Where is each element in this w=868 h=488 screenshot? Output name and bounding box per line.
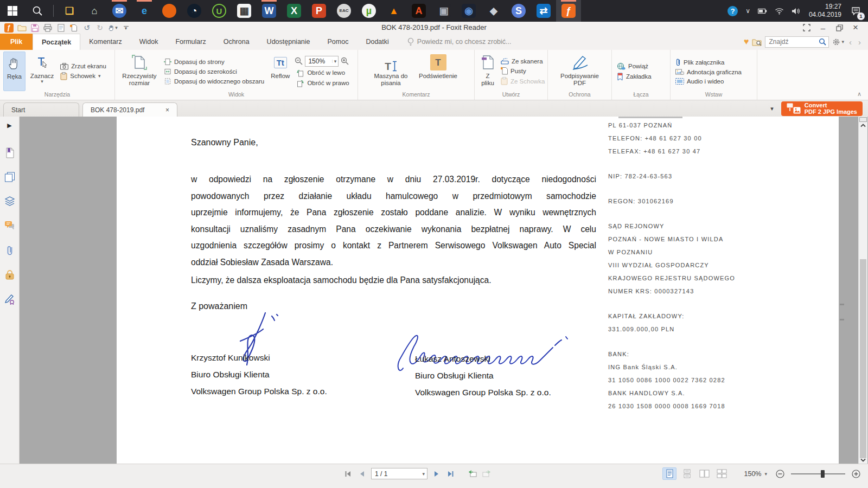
taskbar-foxit-reader[interactable]: ƒ — [556, 0, 581, 22]
screenshot-button[interactable]: Zrzut ekranu — [59, 63, 108, 70]
scrollbar-thumb[interactable] — [860, 259, 866, 458]
tray-wifi[interactable] — [771, 0, 788, 22]
first-page-icon[interactable] — [343, 468, 353, 479]
rotate-right-button[interactable]: Obróć w prawo — [295, 79, 350, 87]
taskbar-media-app[interactable]: ◉ — [456, 0, 481, 22]
taskbar-search-button[interactable] — [25, 0, 50, 22]
tray-clock[interactable]: 19:2704.04.2019 — [804, 0, 846, 22]
zoom-in-icon[interactable] — [341, 57, 349, 65]
bookmark-button[interactable]: Zakładka — [615, 73, 653, 81]
tray-expand[interactable]: ∨ — [742, 0, 754, 22]
taskbar-thunderbird[interactable]: ✉ — [107, 0, 132, 22]
customize-qat-button[interactable]: ▾ — [119, 22, 132, 33]
expand-panel-icon[interactable]: ▶ — [7, 122, 11, 129]
image-annotation-button[interactable]: Adnotacja graficzna — [674, 68, 743, 76]
zoom-in-button[interactable] — [852, 470, 860, 478]
fit-page-button[interactable]: Dopasuj do strony — [162, 58, 266, 66]
pages-panel-icon[interactable] — [4, 172, 15, 182]
clipboard-button[interactable]: Schowek ▾ — [59, 72, 108, 80]
taskbar-world-of-tanks[interactable]: ◆ — [481, 0, 506, 22]
bookmarks-panel-icon[interactable] — [5, 147, 15, 158]
zoom-level-combobox[interactable]: 150% ▾ — [305, 56, 339, 67]
attach-file-button[interactable]: Plik załącznika — [674, 58, 743, 66]
zoom-caret-icon[interactable]: ▾ — [764, 472, 767, 476]
taskbar-ms-powerpoint[interactable]: P — [307, 0, 331, 22]
taskbar-eac-app[interactable]: EAC — [331, 0, 356, 22]
last-page-icon[interactable] — [446, 468, 456, 479]
save-button[interactable] — [28, 22, 41, 33]
find-input[interactable] — [769, 38, 819, 46]
convert-pdf-button[interactable]: ConvertPDF 2 JPG Images — [781, 101, 863, 116]
continuous-facing-view-icon[interactable] — [714, 467, 729, 480]
previous-view-icon[interactable] — [468, 468, 477, 479]
facing-view-icon[interactable] — [697, 467, 711, 480]
scroll-up-icon[interactable] — [859, 124, 867, 127]
signatures-panel-icon[interactable] — [4, 294, 15, 305]
taskbar-start-button[interactable] — [0, 0, 25, 22]
document-properties-button[interactable] — [54, 22, 67, 33]
tab-document[interactable]: BOK 478-2019.pdf × — [82, 102, 177, 117]
hand-tool[interactable]: Ręka — [3, 52, 25, 91]
taskbar-projector-app[interactable]: ▣ — [431, 0, 456, 22]
highlight-button[interactable]: T Podświetlenie — [414, 52, 463, 91]
link-button[interactable]: Powiąż — [615, 62, 653, 70]
collapse-ribbon-icon[interactable]: ∧ — [857, 91, 861, 98]
taskbar-utorrent[interactable]: µ — [356, 0, 381, 22]
comments-panel-icon[interactable] — [4, 221, 15, 230]
zoom-out-icon[interactable] — [295, 57, 303, 65]
close-tab-icon[interactable]: × — [165, 106, 169, 114]
restore-button[interactable] — [831, 22, 847, 33]
search-in-folder-icon[interactable] — [752, 38, 762, 46]
security-panel-icon[interactable] — [5, 269, 14, 280]
tell-me[interactable]: Powiedz mi, co chcesz zrobić... — [398, 34, 512, 50]
previous-page-icon[interactable] — [357, 468, 367, 479]
favorites-heart-icon[interactable]: ♥ — [744, 37, 749, 47]
page-number-box[interactable]: 1 / 1 ▾ — [371, 468, 427, 479]
find-previous-button[interactable]: ‹ — [847, 37, 853, 47]
scroll-down-icon[interactable] — [859, 458, 867, 462]
rotate-left-button[interactable]: Obróć w lewo — [295, 69, 350, 77]
taskbar-ms-excel[interactable]: X — [282, 0, 307, 22]
hand-tool-button[interactable]: ▾ — [106, 22, 119, 33]
scrollbar-split-button[interactable] — [859, 117, 867, 122]
ribbon-tab[interactable]: Udostępnianie — [258, 34, 319, 50]
close-button[interactable]: × — [847, 22, 864, 33]
ribbon-tab[interactable]: Plik — [0, 34, 33, 50]
minimize-button[interactable]: – — [815, 22, 831, 33]
ribbon-tab[interactable]: Początek — [33, 34, 80, 50]
taskbar-aimp-player[interactable]: A — [406, 0, 431, 22]
ribbon-tab[interactable]: Komentarz — [80, 34, 130, 50]
taskbar-speed-gauge-app[interactable]: ◔ — [182, 0, 207, 22]
tray-battery[interactable] — [754, 0, 771, 22]
ribbon-tab[interactable]: Formularz — [167, 34, 214, 50]
find-settings-gear-icon[interactable]: ▾ — [832, 38, 844, 46]
reflow-button[interactable]: Tt Reflow — [267, 52, 293, 91]
ribbon-tab[interactable]: Dodatki — [357, 34, 397, 50]
tab-list-caret-icon[interactable]: ▾ — [770, 107, 774, 110]
taskbar-ms-word[interactable]: W — [257, 0, 282, 22]
vertical-scrollbar[interactable] — [858, 117, 867, 464]
taskbar-iobit-uninstaller[interactable]: U — [207, 0, 232, 22]
ribbon-tab[interactable]: Pomoc — [319, 34, 358, 50]
audio-video-button[interactable]: Audio i wideo — [674, 78, 743, 85]
fullscreen-button[interactable] — [799, 22, 815, 33]
foxit-logo-icon[interactable]: ƒ — [2, 22, 15, 33]
ribbon-tab[interactable]: Ochrona — [215, 34, 258, 50]
redo-button[interactable]: ↻ — [93, 22, 106, 33]
taskbar-teamviewer[interactable]: ⇄ — [531, 0, 556, 22]
print-button[interactable] — [41, 22, 54, 33]
sign-pdf-button[interactable]: Podpisywanie PDF — [553, 52, 607, 91]
tray-volume[interactable] — [788, 0, 804, 22]
find-next-button[interactable]: › — [857, 37, 863, 47]
taskbar-edge-browser[interactable]: e — [132, 0, 157, 22]
taskbar-vlc-player[interactable]: ▲ — [381, 0, 406, 22]
status-zoom-value[interactable]: 150% — [744, 470, 761, 478]
blank-document-button[interactable]: Pusty — [499, 67, 546, 75]
taskbar-calculator-app[interactable]: ▦ — [232, 0, 257, 22]
next-view-icon[interactable] — [482, 468, 492, 479]
create-pdf-button[interactable] — [67, 22, 80, 33]
continuous-view-icon[interactable] — [680, 467, 694, 480]
zoom-slider-handle[interactable] — [821, 470, 825, 478]
ribbon-tab[interactable]: Widok — [131, 34, 167, 50]
typewriter-button[interactable]: T Maszyna do pisania — [370, 52, 412, 91]
